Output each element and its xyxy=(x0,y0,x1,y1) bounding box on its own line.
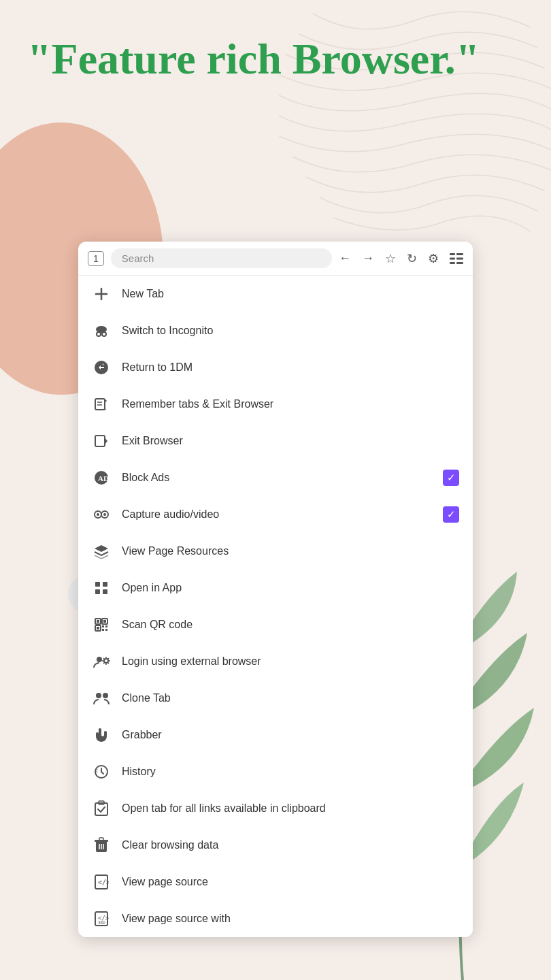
history-label: History xyxy=(122,765,459,779)
clone-tab-label: Clone Tab xyxy=(122,691,459,706)
back-icon[interactable]: ← xyxy=(339,251,351,265)
view-resources-label: View Page Resources xyxy=(122,544,459,559)
grabber-label: Grabber xyxy=(122,728,459,742)
menu-item-block-ads[interactable]: AD Block Ads ✓ xyxy=(78,459,473,496)
menu-icon[interactable] xyxy=(450,253,463,264)
remember-tabs-icon: + xyxy=(92,395,111,414)
trash-icon xyxy=(92,836,111,855)
open-in-app-label: Open in App xyxy=(122,581,459,595)
svg-text:</>: </> xyxy=(98,879,109,886)
svg-rect-7 xyxy=(456,262,463,264)
svg-rect-29 xyxy=(103,582,107,587)
return-icon: + xyxy=(92,358,111,377)
grabber-icon xyxy=(92,725,111,745)
grid-icon xyxy=(92,578,111,598)
svg-text:AD: AD xyxy=(98,474,109,483)
svg-rect-30 xyxy=(95,589,100,594)
plus-icon xyxy=(92,284,111,304)
capture-av-checkbox[interactable]: ✓ xyxy=(443,506,459,523)
menu-item-incognito[interactable]: Switch to Incognito xyxy=(78,312,473,349)
menu-item-view-source-with[interactable]: </> 3RD View page source with xyxy=(78,900,473,937)
svg-rect-51 xyxy=(99,838,103,840)
source-3rd-icon: </> 3RD xyxy=(92,909,111,928)
view-source-label: View page source xyxy=(122,875,459,889)
svg-point-26 xyxy=(97,513,99,516)
svg-point-44 xyxy=(96,693,101,698)
capture-av-icon xyxy=(92,505,111,524)
clear-data-label: Clear browsing data xyxy=(122,838,459,853)
forward-icon[interactable]: → xyxy=(362,251,374,265)
svg-rect-28 xyxy=(95,582,100,587)
svg-rect-3 xyxy=(456,253,463,255)
browser-mockup: 1 Search ← → ☆ ↻ ⚙ xyxy=(78,242,473,937)
menu-item-capture-av[interactable]: Capture audio/video ✓ xyxy=(78,496,473,533)
block-ads-icon: AD xyxy=(92,468,111,487)
menu-item-view-source[interactable]: </> View page source xyxy=(78,864,473,900)
svg-point-13 xyxy=(97,333,100,336)
exit-browser-icon xyxy=(92,431,111,451)
scan-qr-label: Scan QR code xyxy=(122,618,459,632)
remember-tabs-label: Remember tabs & Exit Browser xyxy=(122,397,459,412)
svg-rect-38 xyxy=(102,625,104,627)
svg-rect-2 xyxy=(450,253,455,255)
qr-icon xyxy=(92,615,111,634)
source-icon: </> xyxy=(92,872,111,892)
search-bar[interactable]: Search xyxy=(111,248,332,268)
capture-av-label: Capture audio/video xyxy=(122,508,432,522)
svg-rect-33 xyxy=(97,620,99,623)
incognito-label: Switch to Incognito xyxy=(122,324,459,338)
tab-badge: 1 xyxy=(88,251,104,266)
svg-rect-4 xyxy=(450,257,455,259)
reload-icon[interactable]: ↻ xyxy=(407,251,417,266)
svg-rect-35 xyxy=(103,620,106,623)
settings-icon[interactable]: ⚙ xyxy=(428,251,439,266)
menu-item-exit-browser[interactable]: Exit Browser xyxy=(78,423,473,459)
menu-item-remember-tabs[interactable]: + Remember tabs & Exit Browser xyxy=(78,386,473,423)
menu-item-view-resources[interactable]: View Page Resources xyxy=(78,533,473,570)
block-ads-checkbox[interactable]: ✓ xyxy=(443,470,459,486)
browser-toolbar: 1 Search ← → ☆ ↻ ⚙ xyxy=(78,242,473,276)
svg-point-45 xyxy=(103,693,108,698)
menu-item-clear-data[interactable]: Clear browsing data xyxy=(78,827,473,864)
svg-rect-21 xyxy=(95,436,105,446)
menu-item-grabber[interactable]: Grabber xyxy=(78,717,473,753)
svg-point-14 xyxy=(103,333,105,336)
view-source-with-label: View page source with xyxy=(122,912,459,926)
svg-rect-41 xyxy=(105,629,107,631)
menu-item-clone-tab[interactable]: Clone Tab xyxy=(78,680,473,717)
svg-text:+: + xyxy=(103,406,107,412)
svg-rect-31 xyxy=(103,589,107,594)
svg-rect-37 xyxy=(97,627,99,630)
svg-point-27 xyxy=(103,513,106,516)
block-ads-label: Block Ads xyxy=(122,471,432,485)
hero-text: "Feature rich Browser." xyxy=(27,34,480,84)
menu-item-return-1dm[interactable]: + Return to 1DM xyxy=(78,349,473,386)
layers-icon xyxy=(92,542,111,561)
return-1dm-label: Return to 1DM xyxy=(122,361,459,375)
menu-item-scan-qr[interactable]: Scan QR code xyxy=(78,606,473,643)
svg-text:+: + xyxy=(102,363,105,367)
svg-text:3RD: 3RD xyxy=(98,920,105,925)
menu-item-open-clipboard[interactable]: Open tab for all links available in clip… xyxy=(78,790,473,827)
menu-item-new-tab[interactable]: New Tab xyxy=(78,276,473,312)
new-tab-label: New Tab xyxy=(122,287,459,301)
dropdown-menu: New Tab Switch to Incognito xyxy=(78,276,473,937)
svg-rect-5 xyxy=(456,257,463,259)
toolbar-icons: ← → ☆ ↻ ⚙ xyxy=(339,251,463,266)
history-icon xyxy=(92,762,111,781)
login-ext-icon xyxy=(92,652,111,671)
svg-point-42 xyxy=(97,657,102,662)
incognito-icon xyxy=(92,321,111,340)
svg-rect-39 xyxy=(105,625,107,627)
clone-icon xyxy=(92,689,111,708)
menu-item-login-external[interactable]: Login using external browser xyxy=(78,643,473,680)
clipboard-icon xyxy=(92,799,111,818)
svg-rect-40 xyxy=(102,629,104,631)
exit-browser-label: Exit Browser xyxy=(122,434,459,448)
svg-rect-6 xyxy=(450,262,455,264)
menu-item-open-in-app[interactable]: Open in App xyxy=(78,570,473,606)
open-clipboard-label: Open tab for all links available in clip… xyxy=(122,802,459,816)
login-external-label: Login using external browser xyxy=(122,655,459,669)
menu-item-history[interactable]: History xyxy=(78,753,473,790)
bookmark-icon[interactable]: ☆ xyxy=(385,251,396,266)
